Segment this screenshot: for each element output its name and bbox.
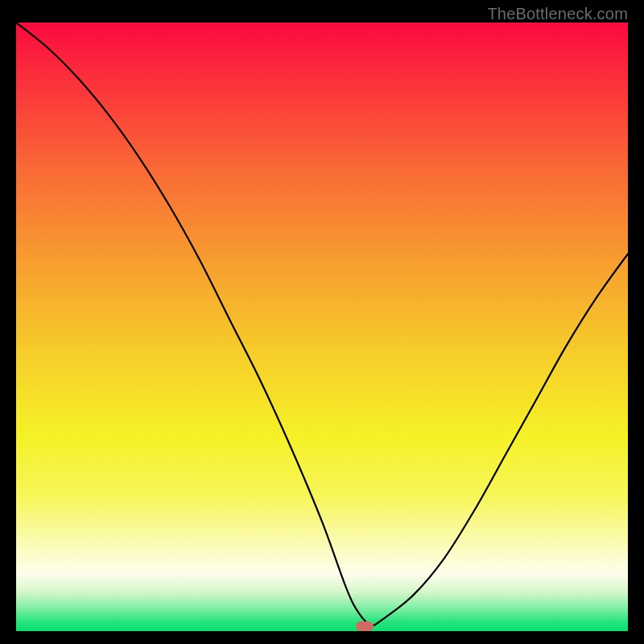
watermark-text: TheBottleneck.com bbox=[487, 5, 628, 23]
plot-frame bbox=[16, 23, 628, 631]
bottleneck-curve bbox=[16, 23, 628, 631]
optimal-marker bbox=[356, 621, 374, 631]
